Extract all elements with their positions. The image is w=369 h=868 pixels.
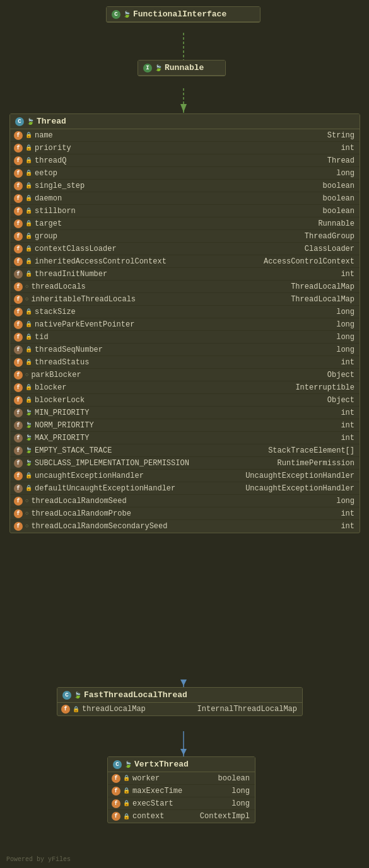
runnable-title: Runnable — [165, 63, 204, 72]
runnable-header: I 🍃 Runnable — [138, 61, 225, 76]
field-tid: f 🔒 tid long — [10, 331, 360, 344]
field-icon: f — [14, 194, 23, 203]
field-icon: f — [14, 333, 23, 342]
field-icon: f — [14, 371, 23, 379]
field-min-priority: f 🍃 MIN_PRIORITY int — [10, 407, 360, 419]
lock-icon: 🔒 — [123, 800, 130, 807]
lock-icon: 🔒 — [25, 195, 32, 202]
leaf-icon: 🍃 — [25, 409, 32, 416]
field-thread-local-random-secondary: f ○ threadLocalRandomSecondarySeed int — [10, 520, 360, 533]
field-icon: f — [14, 358, 23, 367]
vertx-thread-node: C 🍃 VertxThread f 🔒 worker boolean f 🔒 m… — [107, 756, 255, 823]
diagram-container: C 🍃 FunctionalInterface I 🍃 Runnable C 🍃… — [0, 0, 369, 868]
lock-icon: 🔒 — [25, 321, 32, 328]
field-icon: f — [14, 383, 23, 392]
field-icon: f — [14, 308, 23, 316]
field-thread-status: f 🔒 threadStatus int — [10, 356, 360, 369]
svg-marker-2 — [180, 104, 187, 112]
lock-icon: 🔒 — [25, 270, 32, 277]
fast-thread-node: C 🍃 FastThreadLocalThread f 🔒 threadLoca… — [57, 687, 303, 716]
field-subclass-impl-perm: f 🍃 SUBCLASS_IMPLEMENTATION_PERMISSION R… — [10, 457, 360, 470]
vertx-field-exec-start: f 🔒 execStart long — [108, 797, 255, 810]
runnable-node: I 🍃 Runnable — [138, 60, 226, 76]
vertx-class-icon: C — [113, 760, 122, 769]
fast-thread-header: C 🍃 FastThreadLocalThread — [57, 688, 302, 703]
thread-title: Thread — [37, 117, 66, 126]
field-icon: f — [14, 320, 23, 329]
field-thread-init-number: f 🔒 threadInitNumber int — [10, 268, 360, 281]
leaf-icon: 🍃 — [25, 422, 32, 429]
field-name: f 🔒 name String — [10, 129, 360, 142]
thread-leaf: 🍃 — [26, 118, 34, 125]
field-icon-static: f — [14, 446, 23, 455]
field-thread-local-random-probe: f ○ threadLocalRandomProbe int — [10, 507, 360, 520]
functional-interface-header: C 🍃 FunctionalInterface — [107, 7, 260, 22]
fast-thread-title: FastThreadLocalThread — [84, 690, 187, 700]
vertx-field-context: f 🔒 context ContextImpl — [108, 810, 255, 823]
lock-icon: 🔒 — [25, 384, 32, 391]
circle-icon: ○ — [25, 498, 28, 504]
field-thread-local-random-seed: f ○ threadLocalRandomSeed long — [10, 495, 360, 507]
field-context-class-loader: f 🔒 contextClassLoader ClassLoader — [10, 243, 360, 255]
circle-icon: ○ — [25, 372, 28, 378]
lock-icon: 🔒 — [25, 359, 32, 366]
field-icon-static: f — [14, 484, 23, 493]
lock-icon: 🔒 — [25, 308, 32, 315]
field-icon: f — [14, 396, 23, 405]
functional-interface-title: FunctionalInterface — [133, 9, 226, 19]
lock-icon: 🔒 — [25, 485, 32, 492]
field-stack-size: f 🔒 stackSize long — [10, 306, 360, 318]
circle-icon: ○ — [25, 511, 28, 517]
field-priority: f 🔒 priority int — [10, 142, 360, 154]
vertx-field-max-exec-time: f 🔒 maxExecTime long — [108, 785, 255, 797]
field-icon: f — [112, 812, 120, 821]
field-uncaught-exception: f 🔒 uncaughtExceptionHandler UncaughtExc… — [10, 470, 360, 482]
lock-icon: 🔒 — [25, 132, 32, 139]
thread-class-icon: C — [15, 117, 24, 126]
field-threadq: f 🔒 threadQ Thread — [10, 154, 360, 167]
field-park-blocker: f ○ parkBlocker Object — [10, 369, 360, 381]
field-blocker-lock: f 🔒 blockerLock Object — [10, 394, 360, 407]
circle-icon: ○ — [25, 296, 28, 303]
field-icon: f — [14, 472, 23, 480]
field-icon: f — [14, 232, 23, 241]
field-icon: f — [14, 144, 23, 153]
svg-marker-6 — [180, 749, 187, 755]
field-icon-static: f — [14, 434, 23, 443]
lock-icon: 🔒 — [25, 233, 32, 240]
field-thread-seq-number: f 🔒 threadSeqNumber long — [10, 344, 360, 356]
field-group: f 🔒 group ThreadGroup — [10, 230, 360, 243]
lock-icon: 🔒 — [123, 775, 130, 782]
leaf-icon: 🍃 — [25, 434, 32, 441]
fast-thread-leaf: 🍃 — [74, 692, 81, 699]
lock-icon: 🔒 — [25, 245, 32, 252]
field-daemon: f 🔒 daemon boolean — [10, 192, 360, 205]
field-native-park-event: f 🔒 nativeParkEventPointer long — [10, 318, 360, 331]
field-icon: f — [14, 282, 23, 291]
field-icon-static: f — [14, 421, 23, 430]
field-icon-static: f — [14, 408, 23, 417]
field-icon: f — [14, 497, 23, 506]
field-eetop: f 🔒 eetop long — [10, 167, 360, 180]
field-icon: f — [14, 245, 23, 253]
footer-text: Powered by yFiles — [6, 856, 71, 863]
field-icon: f — [14, 219, 23, 228]
field-thread-locals: f ○ threadLocals ThreadLocalMap — [10, 281, 360, 293]
lock-icon: 🔒 — [123, 813, 130, 820]
field-norm-priority: f 🍃 NORM_PRIORITY int — [10, 419, 360, 432]
functional-interface-leaf: 🍃 — [123, 11, 131, 18]
lock-icon: 🔒 — [25, 157, 32, 164]
lock-icon: 🔒 — [73, 706, 79, 713]
leaf-icon: 🍃 — [25, 460, 32, 466]
circle-icon: ○ — [25, 284, 28, 290]
thread-header: C 🍃 Thread — [10, 114, 360, 129]
circle-icon: ○ — [25, 523, 28, 529]
vertx-thread-header: C 🍃 VertxThread — [108, 757, 255, 772]
fast-thread-class-icon: C — [62, 691, 71, 700]
field-icon-static: f — [14, 345, 23, 354]
field-icon-static: f — [14, 270, 23, 279]
leaf-icon: 🍃 — [25, 447, 32, 454]
lock-icon: 🔒 — [25, 182, 32, 189]
lock-icon: 🔒 — [25, 144, 32, 151]
lock-icon: 🔒 — [25, 258, 32, 265]
